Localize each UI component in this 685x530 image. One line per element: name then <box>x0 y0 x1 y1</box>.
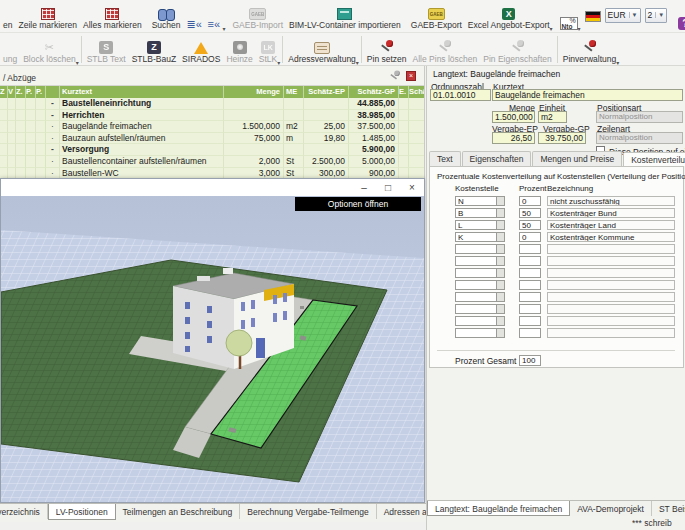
table-row[interactable]: - Baustelleneinrichtung 44.885,00 <box>0 98 425 110</box>
3d-viewport[interactable]: Optionen öffnen <box>1 196 424 502</box>
prozent-input[interactable] <box>519 328 541 338</box>
prozent-input[interactable]: 50 <box>519 220 541 230</box>
block-loeschen-button[interactable]: ✂ Block löschen ▾ <box>20 33 78 66</box>
netto-toggle-button[interactable]: % Nto ▾ <box>557 0 581 32</box>
table-row[interactable]: · Bauzaun aufstellen/räumen 75,000m 19,8… <box>0 133 425 145</box>
kostenstelle-combo[interactable]: L <box>455 220 505 230</box>
table-row[interactable]: · Baustellencontainer aufstellen/räumen … <box>0 156 425 168</box>
expand-tree-button[interactable]: ≣« <box>183 0 204 32</box>
kostenstelle-combo[interactable] <box>455 244 505 254</box>
col-v[interactable]: V <box>8 86 16 98</box>
menge-field[interactable]: 1.500,000 <box>492 111 535 123</box>
tab-kostenverteilung[interactable]: Kostenverteilung <box>623 152 685 166</box>
vergabe-gp-field[interactable]: 39.750,00 <box>538 132 586 144</box>
kostenstelle-combo[interactable] <box>455 256 505 266</box>
col-e[interactable]: E. <box>399 86 409 98</box>
gaeb-import-button[interactable]: GAEB GAEB-Import <box>229 0 286 32</box>
stlk-button[interactable]: LK StLK ▾ <box>256 33 280 66</box>
vergabe-ep-field[interactable]: 26,50 <box>492 132 535 144</box>
options-oeffnen-button[interactable]: Optionen öffnen <box>295 197 421 211</box>
browse-button[interactable] <box>496 233 504 241</box>
tab-leistungsverzeichnis[interactable]: sverzeichnis <box>0 504 48 519</box>
tab-teilmengen[interactable]: Teilmengen an Beschreibung <box>116 504 241 519</box>
help-button[interactable]: ? ▾ <box>675 0 685 32</box>
browse-button[interactable] <box>496 269 504 277</box>
tab-st-beispielkatalog[interactable]: ST Beispielkatalog <box>652 501 685 516</box>
table-row[interactable]: - Versorgung 5.900,00 <box>0 144 425 156</box>
prozent-input[interactable]: 0 <box>519 232 541 242</box>
tab-langtext[interactable]: Langtext: Baugelände freimachen <box>427 501 570 516</box>
currency-select[interactable]: EUR▼ <box>605 8 641 23</box>
stlb-text-button[interactable]: S STLB Text <box>84 33 129 66</box>
prozent-input[interactable]: 0 <box>519 196 541 206</box>
kostenstelle-combo[interactable] <box>455 268 505 278</box>
col-schaetz-gp[interactable]: Schätz-GP <box>349 86 399 98</box>
browse-button[interactable] <box>496 245 504 253</box>
pane-pin-icon[interactable] <box>389 70 400 81</box>
kostenstelle-combo[interactable]: K <box>455 232 505 242</box>
col-schaetz-ep-2[interactable]: Schätz-EP <box>409 86 425 98</box>
prozent-input[interactable] <box>519 304 541 314</box>
tab-lv-positionen[interactable]: LV-Positionen <box>48 504 116 520</box>
browse-button[interactable] <box>496 293 504 301</box>
collapse-tree-button[interactable]: ≡«▾ <box>204 0 225 32</box>
maximize-icon[interactable]: □ <box>376 179 400 196</box>
bim-lv-container-import-button[interactable]: BIM-LV-Container importieren <box>286 0 404 32</box>
kostenstelle-combo[interactable] <box>455 316 505 326</box>
alles-markieren-button[interactable]: Alles markieren <box>80 0 145 32</box>
kostenstelle-combo[interactable]: N <box>455 196 505 206</box>
adressverwaltung-button[interactable]: Adressverwaltung ▾ <box>285 33 359 66</box>
col-p1[interactable]: P. <box>26 86 36 98</box>
decimals-select[interactable]: 2▼ <box>645 8 668 23</box>
browse-button[interactable] <box>496 221 504 229</box>
kurztext-field[interactable]: Baugelände freimachen <box>492 89 683 101</box>
prozent-input[interactable] <box>519 256 541 266</box>
pane-close-icon[interactable]: × <box>406 71 416 81</box>
collapse-marker[interactable]: - <box>46 98 60 110</box>
collapse-marker[interactable]: - <box>46 144 60 156</box>
sirados-button[interactable]: SIRADOS <box>179 33 223 66</box>
prozent-input[interactable]: 50 <box>519 208 541 218</box>
pinverwaltung-button[interactable]: Pinverwaltung ▾ <box>560 33 619 66</box>
pin-setzen-button[interactable]: Pin setzen <box>364 33 410 66</box>
kostenstelle-combo[interactable] <box>455 328 505 338</box>
browse-button[interactable] <box>496 257 504 265</box>
heinze-button[interactable]: Heinze <box>223 33 255 66</box>
tab-ava-demoprojekt[interactable]: AVA-Demoprojekt <box>570 501 652 516</box>
browse-button[interactable] <box>496 329 504 337</box>
prozent-input[interactable] <box>519 280 541 290</box>
suchen-button[interactable]: Suchen <box>149 0 184 32</box>
col-kurztext[interactable]: Kurztext <box>60 86 224 98</box>
prozent-input[interactable] <box>519 244 541 254</box>
tab-text[interactable]: Text <box>429 151 461 166</box>
browse-button[interactable] <box>496 197 504 205</box>
col-z[interactable]: Z <box>0 86 8 98</box>
ordnungszahl-field[interactable]: 01.01.0010 <box>430 89 491 101</box>
kostenstelle-combo[interactable] <box>455 292 505 302</box>
clipped-button-left[interactable]: en <box>0 0 15 32</box>
col-me[interactable]: ME <box>284 86 304 98</box>
pin-eigenschaften-button[interactable]: Pin Eigenschaften <box>480 33 555 66</box>
collapse-marker[interactable]: - <box>46 110 60 122</box>
tab-mengen-und-preise[interactable]: Mengen und Preise <box>532 151 622 166</box>
zeile-markieren-button[interactable]: Zeile markieren <box>15 0 80 32</box>
col-z2[interactable]: Z. <box>16 86 26 98</box>
col-schaetz-ep[interactable]: Schätz-EP <box>304 86 349 98</box>
kostenstelle-combo[interactable] <box>455 280 505 290</box>
prozent-input[interactable] <box>519 292 541 302</box>
table-row[interactable]: · Baugelände freimachen 1.500,000m2 25,0… <box>0 121 425 133</box>
gaeb-export-button[interactable]: GAEB GAEB-Export <box>408 0 465 32</box>
col-p2[interactable]: P. <box>36 86 46 98</box>
prozent-input[interactable] <box>519 268 541 278</box>
minimize-icon[interactable]: – <box>352 179 376 196</box>
tab-eigenschaften[interactable]: Eigenschaften <box>462 151 532 166</box>
kostenstelle-combo[interactable]: B <box>455 208 505 218</box>
kostenstelle-combo[interactable] <box>455 304 505 314</box>
clipped-button-left-2[interactable]: ung <box>0 33 20 66</box>
browse-button[interactable] <box>496 209 504 217</box>
excel-angebot-export-button[interactable]: X Excel Angebot-Export ▾ <box>465 0 553 32</box>
col-menge[interactable]: Menge <box>224 86 284 98</box>
browse-button[interactable] <box>496 281 504 289</box>
alle-pins-loeschen-button[interactable]: Alle Pins löschen <box>410 33 481 66</box>
einheit-field[interactable]: m2 <box>538 111 567 123</box>
